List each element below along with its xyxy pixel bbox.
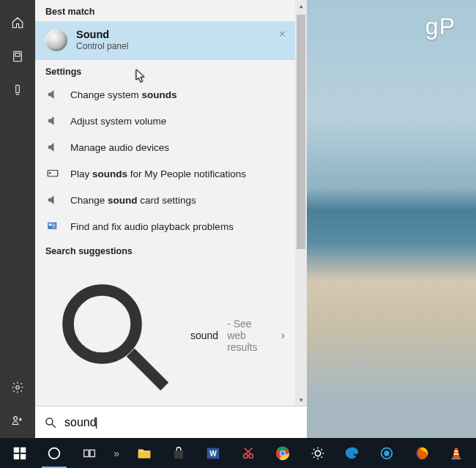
settings-item-label: Adjust system volume (70, 116, 166, 127)
svg-rect-10 (52, 223, 56, 228)
settings-item[interactable]: Play sounds for My People notifications (35, 160, 295, 187)
results-scroll-area: ▴ ▾ Best match Sound Control panel ✕ Set… (35, 0, 307, 406)
taskbar: » W (0, 438, 476, 468)
brightness-button[interactable] (301, 438, 334, 468)
svg-rect-17 (13, 453, 18, 458)
start-rail (0, 0, 35, 438)
edge-button[interactable] (335, 438, 368, 468)
chrome-button[interactable] (267, 438, 300, 468)
rail-settings-button[interactable] (0, 371, 35, 404)
best-match-title: Sound (76, 29, 128, 40)
rail-feedback-button[interactable] (0, 404, 35, 438)
svg-point-25 (243, 453, 248, 458)
svg-point-13 (46, 418, 53, 425)
start-search-panel: ▴ ▾ Best match Sound Control panel ✕ Set… (0, 0, 307, 438)
settings-item-label: Find and fix audio playback problems (70, 221, 234, 232)
search-input[interactable]: sound (64, 416, 98, 429)
web-suggestion[interactable]: sound - See web results › (35, 261, 295, 406)
chevron-right-icon: › (281, 329, 285, 342)
start-button[interactable] (3, 438, 36, 468)
svg-rect-35 (454, 453, 459, 455)
speaker-icon (45, 193, 60, 207)
cortana-button[interactable] (37, 438, 70, 468)
store-button[interactable] (162, 438, 195, 468)
svg-rect-18 (21, 453, 26, 458)
settings-item[interactable]: Change sound card settings (35, 187, 295, 213)
settings-item[interactable]: Adjust system volume (35, 108, 295, 134)
svg-text:W: W (210, 449, 217, 457)
suggestion-term: sound (190, 330, 218, 341)
settings-header: Settings (35, 60, 295, 81)
scroll-down-arrow[interactable]: ▾ (295, 394, 307, 406)
suggestions-header: Search suggestions (35, 239, 295, 261)
rail-devices-button[interactable] (0, 73, 35, 107)
settings-item-label: Change sound card settings (70, 195, 196, 206)
svg-point-19 (49, 447, 60, 458)
close-icon[interactable]: ✕ (278, 29, 286, 40)
vlc-button[interactable] (440, 438, 473, 468)
speaker-icon (45, 140, 60, 155)
settings-item[interactable]: Manage audio devices (35, 134, 295, 160)
file-explorer-button[interactable] (127, 438, 160, 468)
groove-button[interactable] (371, 438, 404, 468)
svg-rect-21 (89, 450, 94, 456)
search-results: ▴ ▾ Best match Sound Control panel ✕ Set… (35, 0, 307, 438)
settings-item-label: Manage audio devices (70, 142, 169, 153)
svg-point-4 (16, 386, 20, 390)
sound-icon (45, 29, 67, 51)
svg-rect-1 (15, 53, 20, 57)
notification-icon (45, 166, 60, 181)
search-icon (44, 416, 57, 429)
scrollbar[interactable]: ▴ ▾ (295, 0, 307, 406)
best-match-subtitle: Control panel (76, 41, 128, 51)
settings-item-label: Play sounds for My People notifications (70, 168, 246, 179)
settings-item[interactable]: Find and fix audio playback problems (35, 213, 295, 239)
svg-rect-16 (21, 447, 26, 452)
svg-point-30 (315, 450, 320, 456)
svg-point-32 (385, 451, 390, 456)
rail-home-button[interactable] (0, 6, 35, 40)
suggestion-hint: - See web results (227, 318, 272, 353)
svg-rect-2 (16, 85, 20, 93)
snipping-tool-button[interactable] (231, 438, 264, 468)
svg-rect-22 (138, 452, 150, 458)
speaker-icon (45, 87, 60, 102)
svg-point-5 (14, 417, 18, 420)
svg-point-7 (50, 173, 51, 174)
svg-point-26 (249, 453, 253, 458)
best-match-result[interactable]: Sound Control panel ✕ (35, 21, 295, 60)
svg-rect-15 (13, 447, 18, 452)
settings-item[interactable]: Change system sounds (35, 81, 295, 108)
scroll-up-arrow[interactable]: ▴ (295, 0, 307, 12)
svg-line-14 (52, 424, 56, 428)
svg-rect-34 (455, 450, 459, 452)
search-box[interactable]: sound (35, 406, 307, 438)
best-match-header: Best match (35, 0, 295, 21)
svg-line-12 (130, 352, 164, 386)
task-view-button[interactable] (72, 438, 105, 468)
svg-point-29 (280, 451, 285, 456)
taskbar-overflow[interactable]: » (107, 447, 126, 459)
firefox-button[interactable] (405, 438, 438, 468)
rail-apps-button[interactable] (0, 40, 35, 73)
watermark-text: gP (425, 13, 455, 40)
svg-point-11 (68, 290, 136, 358)
settings-item-label: Change system sounds (70, 89, 177, 100)
speaker-icon (45, 114, 60, 128)
word-button[interactable]: W (197, 438, 230, 468)
troubleshoot-icon (45, 219, 60, 234)
scroll-thumb[interactable] (297, 15, 305, 249)
svg-rect-20 (83, 450, 88, 456)
svg-rect-9 (49, 223, 52, 226)
